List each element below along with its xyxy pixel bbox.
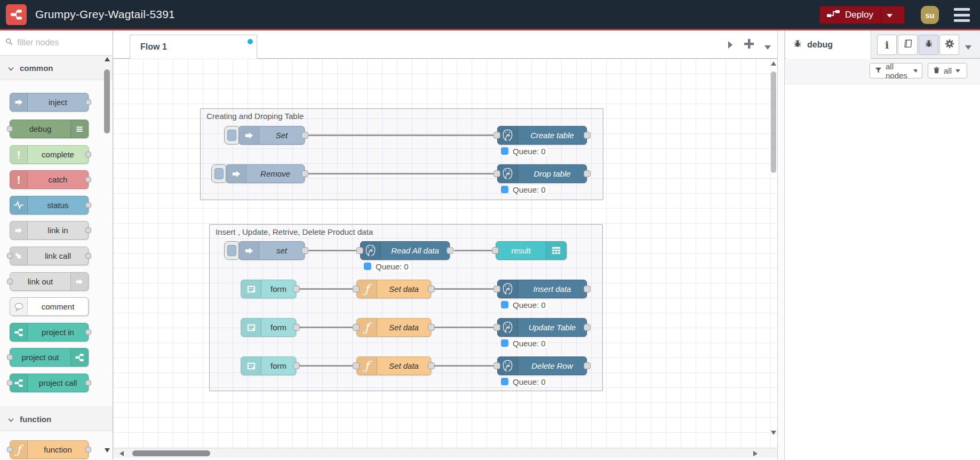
output-port[interactable] [85, 447, 91, 453]
output-port[interactable] [85, 380, 91, 386]
wire[interactable] [434, 365, 493, 367]
output-port[interactable] [301, 132, 308, 139]
help-panel-button[interactable] [898, 35, 918, 55]
palette-scroll-down-arrow[interactable] [105, 448, 110, 453]
node-postgres-drop-table[interactable]: Drop table [497, 164, 587, 183]
tab-debug[interactable]: debug [786, 30, 871, 59]
debug-message-list[interactable] [785, 84, 980, 460]
info-panel-button[interactable]: i [877, 35, 897, 55]
wire[interactable] [308, 173, 493, 175]
flow-list-caret-icon[interactable] [764, 42, 771, 52]
canvas-hscrollbar[interactable] [113, 448, 777, 458]
output-port[interactable] [584, 324, 591, 331]
input-port[interactable] [7, 354, 13, 360]
palette-node-link-in[interactable]: link in [10, 221, 89, 240]
tab-scroll-right-icon[interactable] [728, 41, 733, 51]
wire[interactable] [299, 288, 353, 290]
canvas-scroll-down-arrow[interactable] [771, 431, 776, 435]
deploy-button[interactable]: Deploy [819, 6, 905, 24]
canvas-scroll-up-arrow[interactable] [771, 61, 776, 66]
node-inject-set-lower[interactable]: set [238, 241, 305, 260]
user-avatar[interactable]: su [921, 6, 939, 24]
wire[interactable] [434, 327, 493, 328]
palette-node-project-out[interactable]: project out [10, 348, 89, 367]
canvas-scroll-left-arrow[interactable] [119, 451, 124, 456]
wire[interactable] [454, 250, 492, 251]
input-port[interactable] [7, 253, 13, 259]
palette-search-input[interactable] [17, 38, 97, 47]
node-inject-set[interactable]: Set [238, 126, 305, 145]
output-port[interactable] [85, 152, 91, 157]
palette-node-debug[interactable]: debug [10, 120, 89, 138]
input-port[interactable] [493, 362, 500, 369]
output-port[interactable] [301, 247, 308, 254]
deploy-options-caret-icon[interactable] [887, 10, 893, 20]
input-port[interactable] [353, 285, 360, 292]
palette-node-project-in[interactable]: project in [10, 323, 89, 342]
input-port[interactable] [493, 132, 500, 139]
palette-category-common[interactable]: common [0, 55, 113, 80]
palette-node-complete[interactable]: ! complete [10, 145, 89, 164]
input-port[interactable] [356, 247, 363, 254]
node-debug-result[interactable]: result [496, 241, 567, 260]
wire[interactable] [308, 250, 356, 251]
palette-node-project-call[interactable]: project call [10, 374, 89, 392]
palette-node-status[interactable]: status [10, 196, 89, 215]
node-inject-remove[interactable]: Remove [226, 164, 305, 183]
node-form[interactable]: form [241, 280, 296, 298]
input-port[interactable] [493, 285, 500, 292]
node-postgres-insert-data[interactable]: Insert data [497, 280, 587, 298]
output-port[interactable] [584, 132, 591, 139]
input-port[interactable] [353, 324, 360, 331]
canvas-hscrollbar-thumb[interactable] [132, 450, 210, 456]
debug-clear-button[interactable]: all [928, 63, 967, 78]
output-port[interactable] [447, 247, 453, 254]
output-port[interactable] [85, 253, 91, 259]
output-port[interactable] [85, 329, 91, 335]
palette-scrollbar-thumb[interactable] [104, 69, 110, 133]
debug-filter-button[interactable]: all nodes [870, 63, 922, 78]
add-flow-button[interactable] [743, 38, 755, 52]
sidebar-menu-caret-icon[interactable] [965, 42, 971, 52]
output-port[interactable] [85, 227, 91, 233]
node-function-set-data[interactable]: ƒ Set data [356, 280, 431, 298]
output-port[interactable] [584, 285, 591, 292]
node-form[interactable]: form [241, 356, 296, 375]
output-port[interactable] [85, 99, 91, 105]
palette-node-function[interactable]: ƒ function [10, 440, 89, 459]
palette-node-comment[interactable]: comment [10, 297, 89, 316]
config-nodes-button[interactable] [939, 35, 959, 55]
input-port[interactable] [353, 362, 360, 369]
wire[interactable] [299, 365, 353, 367]
output-port[interactable] [85, 177, 91, 183]
node-postgres-create-table[interactable]: Create table [497, 126, 587, 145]
tab-flow-1[interactable]: Flow 1 [130, 35, 257, 59]
node-postgres-update-table[interactable]: Update Table [497, 318, 587, 337]
wire[interactable] [299, 327, 353, 328]
input-port[interactable] [492, 247, 499, 254]
palette-node-catch[interactable]: ! catch [10, 170, 89, 189]
node-function-set-data[interactable]: ƒ Set data [356, 356, 431, 375]
output-port[interactable] [584, 362, 591, 369]
input-port[interactable] [7, 380, 13, 386]
main-menu-button[interactable] [954, 8, 970, 22]
palette-node-link-call[interactable]: link call [10, 247, 89, 265]
canvas-vscrollbar-thumb[interactable] [771, 72, 776, 173]
input-port[interactable] [7, 447, 13, 453]
palette-node-inject[interactable]: inject [10, 93, 89, 112]
output-port[interactable] [584, 170, 591, 177]
input-port[interactable] [493, 170, 500, 177]
node-form[interactable]: form [241, 318, 296, 337]
output-port[interactable] [301, 170, 308, 177]
palette-scroll-up-arrow[interactable] [105, 57, 110, 61]
input-port[interactable] [7, 126, 13, 132]
output-port[interactable] [85, 202, 91, 208]
wire[interactable] [308, 134, 493, 136]
palette-category-function[interactable]: function [0, 407, 113, 431]
node-function-set-data[interactable]: ƒ Set data [356, 318, 431, 337]
flow-canvas[interactable]: Creating and Droping Table Set Create ta… [113, 59, 777, 448]
node-postgres-delete-row[interactable]: Delete Row [497, 356, 587, 375]
input-port[interactable] [7, 279, 13, 284]
sidebar-splitter[interactable] [777, 30, 785, 460]
debug-panel-button[interactable] [919, 35, 938, 55]
